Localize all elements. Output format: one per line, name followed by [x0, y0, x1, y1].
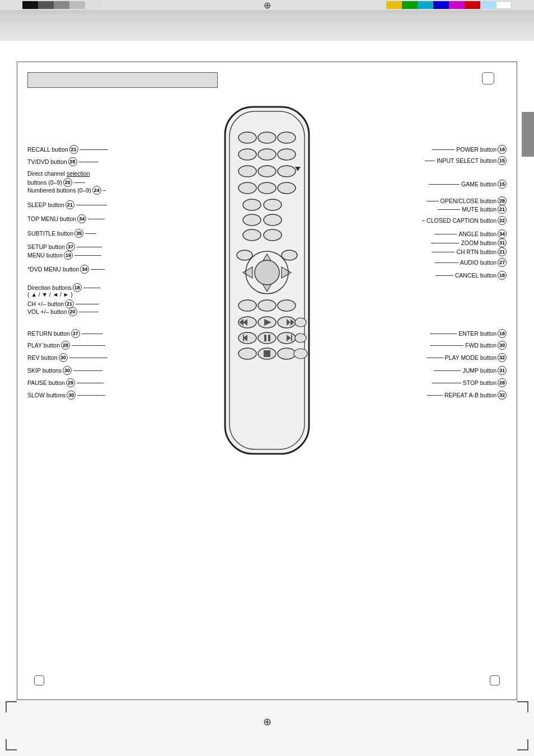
svg-point-53 [278, 348, 296, 359]
svg-point-3 [258, 132, 276, 143]
svg-point-31 [278, 300, 296, 311]
svg-point-15 [243, 199, 261, 210]
main-box: RECALL button 21 TV/DVD button 28 Direct… [17, 62, 517, 700]
second-bar [0, 10, 534, 41]
corner-icon-tr [482, 72, 494, 84]
label-sleep: SLEEP button 21 [27, 200, 107, 209]
svg-point-2 [238, 132, 256, 143]
svg-point-12 [238, 182, 256, 194]
svg-point-7 [278, 149, 296, 160]
svg-point-10 [278, 166, 296, 177]
label-angle: ANGLE button 34 [434, 229, 507, 238]
label-chrtn: CH RTN button 21 [432, 247, 507, 256]
svg-point-19 [243, 229, 261, 241]
svg-point-14 [278, 182, 296, 194]
label-recall: RECALL button 21 [27, 145, 108, 154]
label-vol-btn: VOL +/– button 20 [27, 307, 99, 316]
svg-rect-47 [264, 335, 266, 341]
svg-point-28 [282, 250, 297, 260]
color-block-ltblue [480, 1, 496, 9]
label-enter: ENTER button 18 [430, 329, 507, 338]
svg-point-13 [258, 182, 276, 194]
svg-point-35 [295, 318, 306, 327]
remote-diagram [208, 104, 326, 463]
svg-point-6 [258, 149, 276, 160]
remote-svg [208, 104, 326, 462]
corner-bl [6, 739, 17, 750]
svg-point-4 [278, 132, 296, 143]
label-pause: PAUSE button 29 [27, 378, 104, 387]
label-slow: SLOW buttons 30 [27, 391, 105, 400]
label-return: RETURN button 37 [27, 329, 103, 338]
color-block-black [22, 1, 38, 9]
label-skip: SKIP buttons 30 [27, 366, 102, 375]
top-crosshair: ⊕ [264, 0, 271, 11]
color-block-red [465, 1, 480, 9]
color-block-green [402, 1, 418, 9]
label-inputselect: INPUT SELECT button 15 [425, 156, 507, 165]
label-stop: STOP button 28 [432, 378, 507, 387]
side-tab [522, 112, 534, 157]
svg-rect-50 [291, 335, 292, 341]
color-blocks-left [22, 1, 101, 9]
label-cancel: CANCEL button 18 [435, 271, 507, 280]
svg-point-29 [238, 300, 256, 311]
title-bar [27, 72, 218, 88]
label-menu: MENU button 19 [27, 251, 101, 260]
svg-point-9 [258, 166, 276, 177]
label-audio: AUDIO button 27 [435, 258, 507, 267]
top-bar: ⊕ [0, 0, 534, 10]
label-playmode: PLAY MODE button 32 [427, 353, 507, 362]
label-subtitle: SUBTITLE button 35 [27, 229, 96, 238]
note-icon-br [490, 675, 500, 685]
color-block-darkgray [38, 1, 54, 9]
label-closedcaption: CLOSED CAPTION button 22 [422, 216, 507, 225]
svg-point-54 [294, 349, 307, 359]
note-icon-bl [34, 675, 44, 685]
label-direct-ch: Direct channel selection [27, 170, 90, 177]
label-play: PLAY button 28 [27, 341, 105, 350]
svg-point-25 [255, 260, 279, 285]
corner-br [517, 739, 528, 750]
label-jump: JUMP button 31 [434, 366, 507, 375]
color-block-gray [54, 1, 69, 9]
label-power: POWER button 18 [432, 145, 507, 154]
color-block-lightgray [69, 1, 85, 9]
label-numbered: Numbered buttons (0–9) 24 [27, 186, 106, 195]
label-openclose: OPEN/CLOSE button 28 [427, 196, 507, 205]
color-blocks-right [386, 1, 512, 9]
label-zoom: ZOOM button 31 [431, 238, 507, 247]
svg-point-17 [243, 214, 261, 226]
corner-tl-bottom [6, 701, 17, 712]
svg-point-20 [264, 229, 282, 241]
bottom-crosshair: ⊕ [263, 716, 271, 728]
label-setup: SETUP button 37 [27, 242, 102, 251]
label-direction-arrows: ( ▲ / ▼ / ◄ / ► ) [27, 291, 73, 298]
color-block-magenta [449, 1, 465, 9]
svg-point-27 [237, 250, 252, 260]
label-game: GAME button 15 [429, 180, 507, 189]
svg-point-44 [295, 334, 306, 342]
label-mute: MUTE button 21 [438, 205, 507, 214]
color-block-cyan [418, 1, 433, 9]
svg-point-51 [238, 348, 256, 359]
label-tvdvd: TV/DVD button 28 [27, 157, 99, 166]
svg-rect-55 [264, 350, 270, 357]
label-dvdmenu: *DVD MENU button 34 [27, 265, 105, 274]
svg-point-5 [238, 149, 256, 160]
label-fwd: FWD button 30 [430, 341, 507, 350]
color-block-yellow [386, 1, 402, 9]
label-rev: REV button 30 [27, 353, 107, 362]
color-block-white2 [496, 1, 512, 9]
corner-tr-bottom [517, 701, 528, 712]
svg-point-42 [258, 332, 276, 344]
label-repeatab: REPEAT A-B button 32 [427, 391, 507, 400]
svg-rect-48 [268, 335, 270, 341]
svg-point-30 [258, 300, 276, 311]
svg-rect-46 [243, 335, 244, 341]
svg-point-16 [264, 199, 282, 210]
color-block-white [85, 1, 101, 9]
color-block-blue [433, 1, 449, 9]
svg-point-18 [264, 214, 282, 226]
label-topmenu: TOP MENU button 34 [27, 214, 105, 223]
